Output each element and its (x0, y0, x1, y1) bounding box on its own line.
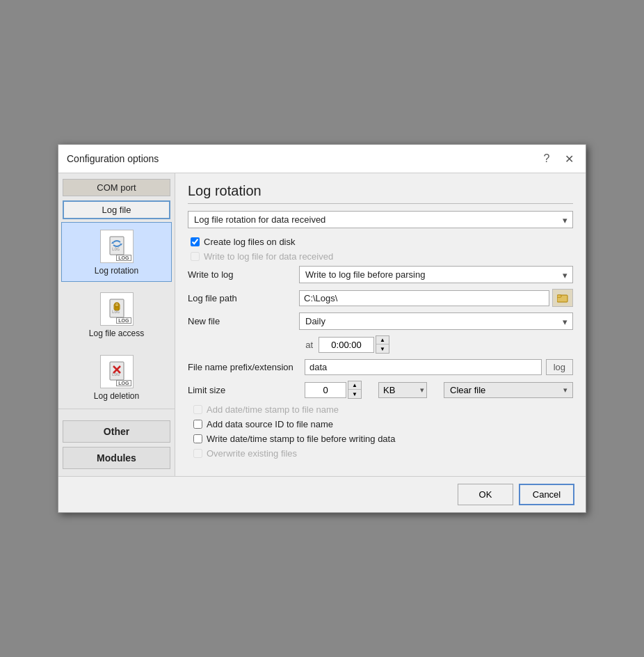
action-dropdown[interactable]: Clear file (444, 382, 573, 398)
limit-spinner: ▲ ▼ (305, 381, 362, 399)
limit-spinner-up[interactable]: ▲ (348, 381, 361, 390)
filename-ext-label: log (546, 359, 573, 375)
dialog-body: COM port Log file LOG LOG (58, 173, 586, 476)
log-deletion-label: Log deletion (94, 391, 139, 401)
close-button[interactable]: ✕ (561, 150, 577, 167)
overwrite-row: Overwrite existing files (191, 448, 573, 459)
limit-spinner-down[interactable]: ▼ (348, 390, 361, 398)
unit-dropdown[interactable]: KB MB GB (378, 382, 427, 398)
datetime-stamp-row: Add date/time stamp to file name (191, 404, 573, 415)
main-content: Log rotation Log file rotation for data … (175, 173, 586, 476)
write-to-log-label: Write to log (188, 269, 299, 280)
log-file-path-control (299, 289, 573, 307)
create-log-files-checkbox[interactable] (191, 237, 200, 246)
sidebar-item-log-file-access[interactable]: LOG LOG Log file access (61, 285, 172, 345)
datetime-stamp-label: Add date/time stamp to file name (207, 404, 339, 415)
rotation-dropdown[interactable]: Log file rotation for data received (188, 211, 573, 228)
modules-button[interactable]: Modules (63, 447, 170, 469)
dialog-window: Configuration options ? ✕ COM port Log f… (58, 144, 586, 513)
new-file-dropdown-wrap: Daily (299, 312, 573, 330)
datetime-stamp-checkbox[interactable] (193, 405, 202, 414)
create-log-files-label[interactable]: Create log files on disk (204, 237, 296, 247)
time-input[interactable] (319, 337, 374, 353)
dialog-footer: OK Cancel (58, 476, 586, 512)
log-file-access-icon-box: LOG LOG (100, 292, 134, 326)
svg-rect-14 (557, 295, 561, 297)
write-to-log-row: Write to log Write to log file before pa… (188, 266, 573, 283)
write-log-file-row: Write to log file for data received (188, 251, 573, 262)
svg-rect-9 (110, 362, 124, 380)
browse-folder-button[interactable] (552, 289, 573, 307)
action-dropdown-wrap: Clear file (444, 382, 573, 398)
write-to-log-file-label: Write to log file for data received (204, 251, 333, 262)
log-deletion-icon-box: LOG LOG (100, 355, 134, 388)
limit-size-row: Limit size ▲ ▼ KB MB GB (188, 381, 573, 399)
new-file-row: New file Daily (188, 312, 573, 330)
time-spinner-buttons: ▲ ▼ (376, 335, 389, 354)
write-to-log-file-checkbox[interactable] (191, 252, 200, 261)
dialog-title: Configuration options (67, 153, 159, 164)
write-to-log-dropdown[interactable]: Write to log file before parsing (299, 266, 573, 283)
sidebar-item-com-port[interactable]: COM port (63, 179, 170, 196)
time-spinner: ▲ ▼ (319, 335, 389, 354)
other-button[interactable]: Other (63, 420, 170, 443)
datasource-id-row: Add data source ID to file name (191, 419, 573, 429)
log-file-access-label: Log file access (89, 328, 144, 338)
limit-size-label: Limit size (188, 385, 299, 395)
at-label: at (299, 340, 313, 350)
log-file-path-row: Log file path (188, 289, 573, 307)
title-bar: Configuration options ? ✕ (58, 145, 586, 173)
sidebar: COM port Log file LOG LOG (58, 173, 175, 476)
log-rotation-icon-box: LOG LOG (100, 230, 134, 263)
folder-icon (557, 293, 568, 303)
unit-dropdown-wrap: KB MB GB (378, 382, 427, 398)
sidebar-item-log-file[interactable]: Log file (63, 200, 170, 219)
limit-size-input[interactable] (305, 382, 346, 398)
datasource-id-label: Add data source ID to file name (207, 419, 333, 429)
rotation-dropdown-wrap: Log file rotation for data received (188, 211, 573, 228)
limit-spinner-buttons: ▲ ▼ (348, 381, 362, 399)
write-to-log-dropdown-wrap: Write to log file before parsing (299, 266, 573, 283)
log-file-path-input[interactable] (299, 290, 549, 306)
filename-inputs: log (305, 359, 573, 375)
sidebar-item-log-deletion[interactable]: LOG LOG Log deletion (61, 347, 172, 407)
filename-row: File name prefix/extension log (188, 359, 573, 375)
help-button[interactable]: ? (538, 150, 555, 167)
filename-label: File name prefix/extension (188, 362, 299, 372)
time-spinner-up[interactable]: ▲ (376, 336, 389, 345)
cancel-button[interactable]: Cancel (519, 484, 574, 505)
time-spinner-down[interactable]: ▼ (376, 345, 389, 353)
log-file-path-label: Log file path (188, 293, 299, 303)
checkboxes-section: Add date/time stamp to file name Add dat… (188, 404, 573, 459)
new-file-dropdown[interactable]: Daily (299, 312, 573, 330)
log-rotation-label: Log rotation (95, 266, 138, 276)
new-file-label: New file (188, 316, 299, 326)
section-title: Log rotation (188, 183, 573, 204)
svg-text:LOG: LOG (112, 246, 120, 251)
rotation-row: Log file rotation for data received (188, 211, 573, 228)
ok-button[interactable]: OK (458, 484, 513, 505)
sidebar-item-log-rotation[interactable]: LOG LOG Log rotation (61, 222, 172, 282)
filename-prefix-input[interactable] (305, 359, 542, 375)
write-datetime-checkbox[interactable] (193, 434, 202, 443)
at-row: at ▲ ▼ (188, 335, 573, 354)
datasource-id-checkbox[interactable] (193, 420, 202, 429)
create-log-files-row: Create log files on disk (188, 237, 573, 247)
overwrite-label: Overwrite existing files (207, 448, 297, 459)
bottom-sidebar: Other Modules (58, 409, 175, 473)
write-datetime-row: Write date/time stamp to file before wri… (191, 434, 573, 444)
write-datetime-label: Write date/time stamp to file before wri… (207, 434, 395, 444)
overwrite-checkbox[interactable] (193, 449, 202, 458)
